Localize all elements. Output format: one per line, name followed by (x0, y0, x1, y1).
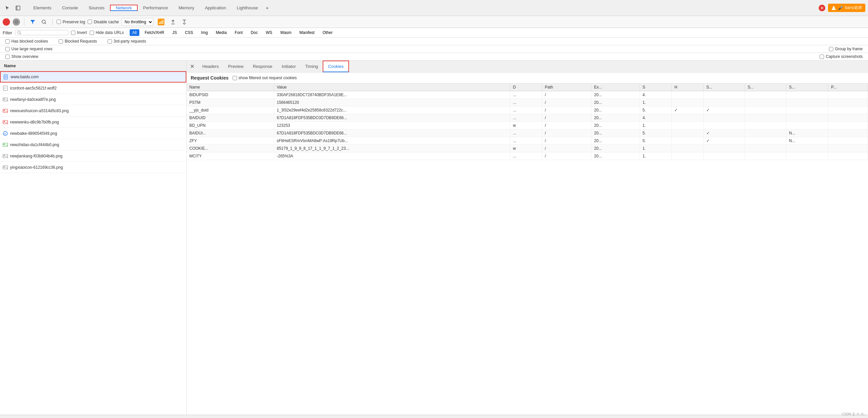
file-item-newxueshuicon[interactable]: newxueshuicon-a5314d5c83.png (0, 105, 186, 116)
download-icon[interactable] (180, 18, 189, 26)
col-header-ex[interactable]: Ex... (591, 83, 640, 91)
cookie-row-6[interactable]: ZFYsF8HeESRmVtxnMA8wP:As19Rp7Ub....../20… (187, 137, 868, 145)
col-header-h[interactable]: H (672, 83, 704, 91)
blocked-requests-checkbox[interactable] (59, 39, 63, 44)
filter-type-other[interactable]: Other (320, 29, 335, 36)
invert-label[interactable]: Invert (71, 30, 87, 35)
tab-preview[interactable]: Preview (223, 61, 248, 72)
show-filtered-label[interactable]: show filtered out request cookies (232, 75, 297, 80)
tab-lighthouse[interactable]: Lighthouse (231, 5, 264, 10)
dock-icon[interactable] (13, 3, 23, 13)
cookie-cell-5-10 (828, 130, 868, 137)
invert-checkbox[interactable] (71, 31, 75, 35)
hide-data-urls-checkbox[interactable] (90, 31, 94, 35)
group-by-frame-label[interactable]: Group by frame (829, 46, 863, 51)
close-detail-button[interactable]: ✕ (187, 63, 198, 70)
col-header-value[interactable]: Value (274, 83, 510, 91)
has-blocked-cookies-checkbox[interactable] (5, 39, 10, 44)
tab-headers[interactable]: Headers (198, 61, 223, 72)
col-header-s[interactable]: S (640, 83, 672, 91)
cookie-row-1[interactable]: PSTM1566465120.../20...1. (187, 99, 868, 106)
filter-type-js[interactable]: JS (170, 29, 180, 36)
cookie-row-2[interactable]: __yjs_duid1_3f32e29eef4d2e25858c8322d722… (187, 106, 868, 114)
use-large-rows-checkbox[interactable] (5, 47, 10, 51)
tab-console[interactable]: Console (57, 5, 83, 10)
col-header-p[interactable]: P... (828, 83, 868, 91)
cookie-cell-5-6 (672, 130, 704, 137)
search-icon[interactable] (40, 18, 48, 26)
file-item-www-baidu[interactable]: www.baidu.com (0, 71, 186, 82)
cursor-icon[interactable] (3, 3, 12, 13)
tab-initiator[interactable]: Initiator (277, 61, 301, 72)
filter-type-wasm[interactable]: Wasm (278, 29, 294, 36)
disable-cache-label[interactable]: Disable cache (88, 20, 119, 24)
cookie-row-0[interactable]: BIDUPSID330AF26818DC728740BDF35A1E8E....… (187, 91, 868, 99)
file-item-newwenku[interactable]: newwenku-d8c9b7b0fb.png (0, 116, 186, 128)
col-header-name[interactable]: Name (187, 83, 274, 91)
show-overview-checkbox[interactable] (5, 55, 10, 59)
filter-type-doc[interactable]: Doc (248, 29, 260, 36)
use-large-rows-label[interactable]: Use large request rows (5, 46, 52, 51)
cookie-row-7[interactable]: COOKIE...85179_1_9_9_8_17_1_1_9_7_1_2_23… (187, 145, 868, 152)
show-overview-label[interactable]: Show overview (5, 54, 38, 59)
filter-type-manifest[interactable]: Manifest (297, 29, 317, 36)
cookie-row-4[interactable]: BD_UPN123253w/20...1. (187, 122, 868, 130)
toolbar-separator2 (52, 19, 53, 25)
capture-screenshots-checkbox[interactable] (820, 55, 824, 59)
hide-data-urls-label[interactable]: Hide data URLs (90, 30, 124, 35)
filter-type-font[interactable]: Font (232, 29, 245, 36)
cookie-cell-0-9 (786, 91, 828, 99)
disable-cache-checkbox[interactable] (88, 20, 92, 24)
filter-type-media[interactable]: Media (213, 29, 229, 36)
col-header-path[interactable]: Path (542, 83, 591, 91)
file-item-newzhidao[interactable]: newzhidao-da1cf444b0.png (0, 139, 186, 150)
cookie-cell-0-2: ... (510, 91, 542, 99)
tab-performance[interactable]: Performance (138, 5, 173, 10)
more-tabs-button[interactable]: » (264, 5, 271, 10)
third-party-requests-checkbox[interactable] (108, 39, 112, 44)
tab-timing[interactable]: Timing (301, 61, 323, 72)
wifi-icon[interactable]: 📶 (157, 18, 165, 26)
user-badge[interactable]: 🎤 barry老师 (828, 4, 865, 12)
col-header-s2[interactable]: S... (703, 83, 745, 91)
tab-response[interactable]: Response (248, 61, 277, 72)
tab-network[interactable]: Network (110, 5, 138, 11)
close-devtools-button[interactable] (819, 5, 825, 11)
cookie-row-3[interactable]: BAIDUID67D1A818FDF535BDC0D7DB9DE66......… (187, 114, 868, 122)
filter-type-img[interactable]: Img (198, 29, 210, 36)
filter-icon[interactable] (28, 18, 37, 26)
col-header-d[interactable]: D (510, 83, 542, 91)
file-item-iconfont[interactable]: F iconfont-aec5c5621f.woff2 (0, 82, 186, 94)
filter-type-all[interactable]: All (130, 29, 140, 36)
has-blocked-cookies-label[interactable]: Has blocked cookies (5, 39, 48, 44)
cookie-cell-6-6 (672, 137, 704, 145)
tab-elements[interactable]: Elements (28, 5, 57, 10)
tab-memory[interactable]: Memory (173, 5, 200, 10)
file-item-newfanyi[interactable]: newfanyi-da0cea8f7e.png (0, 94, 186, 105)
tab-sources[interactable]: Sources (83, 5, 110, 10)
stop-button[interactable] (13, 18, 20, 26)
filter-type-css[interactable]: CSS (182, 29, 196, 36)
col-header-s3[interactable]: S... (745, 83, 786, 91)
blocked-requests-label[interactable]: Blocked Requests (59, 39, 97, 44)
filter-type-ws[interactable]: WS (263, 29, 275, 36)
throttle-select[interactable]: No throttling (122, 18, 153, 26)
file-item-newbaike[interactable]: ● newbaike-889054f349.png (0, 128, 186, 139)
show-filtered-checkbox[interactable] (232, 76, 237, 80)
col-header-s4[interactable]: S... (786, 83, 828, 91)
preserve-log-label[interactable]: Preserve log (57, 20, 85, 24)
tab-application[interactable]: Application (200, 5, 232, 10)
tab-cookies[interactable]: Cookies (323, 61, 349, 72)
upload-icon[interactable] (169, 18, 177, 26)
third-party-requests-label[interactable]: 3rd-party requests (108, 39, 146, 44)
preserve-log-checkbox[interactable] (57, 20, 61, 24)
filter-type-fetch-xhr[interactable]: Fetch/XHR (142, 29, 167, 36)
cookie-row-5[interactable]: BAIDUI...67D1A818FDF535BDC0D7DB9DE66....… (187, 130, 868, 137)
group-by-frame-checkbox[interactable] (829, 47, 833, 51)
file-item-newjiankang[interactable]: newjiankang-f03b804b4b.png (0, 150, 186, 162)
cookie-cell-1-5: 1. (640, 99, 672, 106)
capture-screenshots-label[interactable]: Capture screenshots (820, 54, 863, 59)
file-item-yingxiaoicon[interactable]: yingxiaoicon-612169cc36.png (0, 162, 186, 173)
record-button[interactable] (3, 18, 10, 26)
cookie-row-8[interactable]: MCITY-265%3A.../20...1. (187, 152, 868, 160)
